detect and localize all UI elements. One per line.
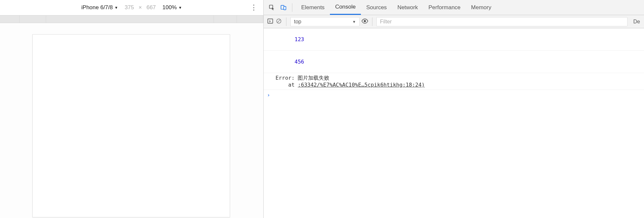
ruler	[0, 15, 263, 23]
error-label: Error:	[276, 75, 298, 81]
ruler-segment	[0, 15, 20, 23]
tab-elements[interactable]: Elements	[296, 0, 330, 15]
caret-down-icon: ▼	[352, 20, 356, 24]
toggle-device-toolbar-icon[interactable]	[278, 3, 288, 13]
console-toolbar: top ▼ De	[264, 15, 644, 28]
caret-down-icon: ▼	[114, 6, 118, 10]
width-value[interactable]: 375	[125, 4, 134, 11]
live-expression-icon[interactable]	[362, 18, 368, 25]
svg-point-6	[364, 20, 366, 22]
zoom-label: 100%	[162, 4, 177, 11]
error-message: 图片加载失败	[298, 75, 329, 81]
divider	[292, 3, 292, 12]
console-error-row[interactable]: Error: 图片加载失败 at :63342/%E7%AC%AC10%E…5c…	[264, 73, 644, 90]
context-label: top	[294, 19, 301, 25]
dimension-separator: ×	[139, 4, 142, 11]
prompt-caret-icon: ›	[267, 92, 270, 98]
context-select-dropdown[interactable]: top ▼	[290, 17, 360, 26]
tab-memory[interactable]: Memory	[466, 0, 496, 15]
dimensions-group: 375 × 667	[125, 4, 156, 11]
device-name-label: iPhone 6/7/8	[81, 4, 113, 11]
viewport-area	[0, 23, 263, 218]
height-value[interactable]: 667	[146, 4, 156, 11]
filter-input[interactable]	[376, 17, 628, 26]
divider	[286, 17, 286, 26]
inspect-element-icon[interactable]	[267, 3, 277, 13]
device-frame[interactable]	[32, 34, 230, 217]
clear-console-icon[interactable]	[276, 18, 282, 25]
console-log-row[interactable]: 456	[264, 51, 644, 73]
ruler-segment	[20, 15, 46, 23]
ruler-segment	[214, 15, 237, 23]
device-toolbar: iPhone 6/7/8 ▼ 375 × 667 100% ▼ ⋮	[0, 0, 263, 15]
console-log-row[interactable]: 123	[264, 28, 644, 51]
caret-down-icon: ▼	[178, 6, 182, 10]
tab-performance[interactable]: Performance	[423, 0, 466, 15]
devtools-pane: Elements Console Sources Network Perform…	[264, 0, 644, 218]
console-sidebar-toggle-icon[interactable]	[267, 18, 274, 25]
console-prompt[interactable]: ›	[264, 90, 644, 100]
error-at: at	[276, 82, 298, 88]
more-options-icon[interactable]: ⋮	[250, 3, 257, 12]
zoom-select-dropdown[interactable]: 100% ▼	[162, 4, 182, 11]
svg-rect-2	[284, 6, 286, 10]
ruler-segment	[46, 15, 214, 23]
tab-network[interactable]: Network	[392, 0, 423, 15]
console-output: 123 456 Error: 图片加载失败 at :63342/%E7%AC%A…	[264, 28, 644, 218]
error-source-link[interactable]: :63342/%E7%AC%AC10%E…5cpik6htikhg:18:24)	[298, 82, 424, 88]
svg-line-5	[277, 19, 280, 23]
device-preview-pane: iPhone 6/7/8 ▼ 375 × 667 100% ▼ ⋮	[0, 0, 264, 218]
log-number: 123	[295, 36, 304, 42]
levels-label[interactable]: De	[629, 19, 644, 25]
tabs-container: Elements Console Sources Network Perform…	[296, 0, 497, 15]
devtools-tabbar: Elements Console Sources Network Perform…	[264, 0, 644, 15]
tab-sources[interactable]: Sources	[361, 0, 392, 15]
ruler-segment	[237, 15, 263, 23]
divider	[372, 17, 372, 26]
tab-console[interactable]: Console	[330, 0, 361, 15]
device-select-dropdown[interactable]: iPhone 6/7/8 ▼	[81, 4, 118, 11]
log-number: 456	[295, 59, 304, 65]
